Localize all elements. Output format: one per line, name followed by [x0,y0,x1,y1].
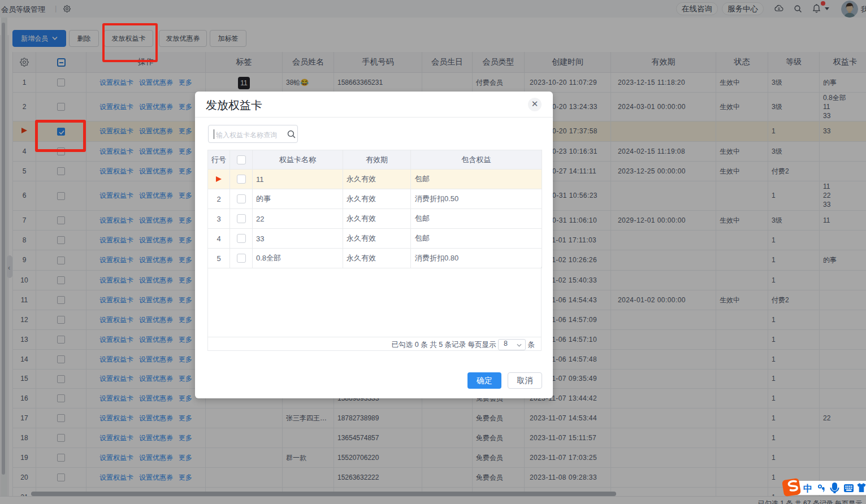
svg-text:中: 中 [803,484,812,493]
